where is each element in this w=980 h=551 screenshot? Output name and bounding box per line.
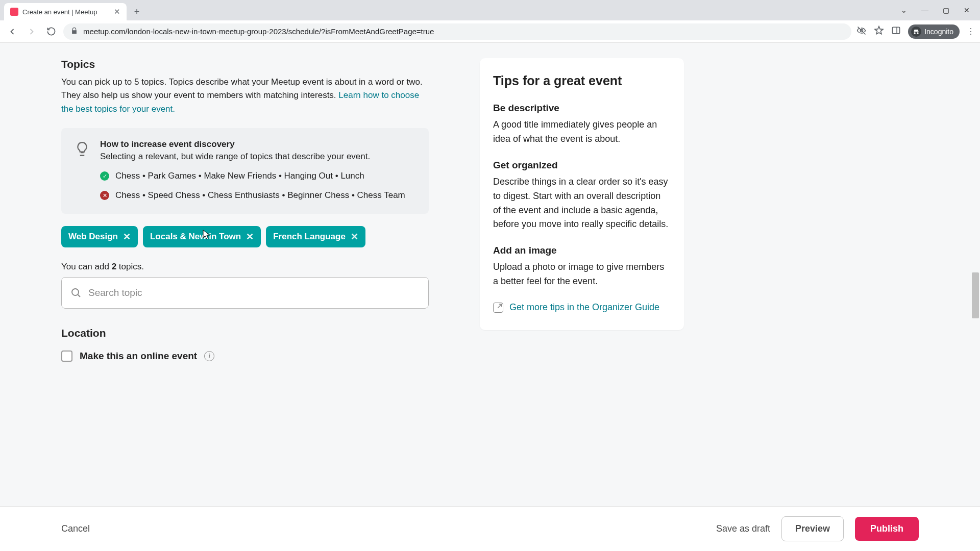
lock-icon <box>70 27 78 36</box>
close-window-icon[interactable]: ✕ <box>964 6 970 14</box>
url-text: meetup.com/london-locals-new-in-town-mee… <box>83 27 844 36</box>
window-controls: ⌄ — ▢ ✕ <box>891 0 980 20</box>
eye-off-icon[interactable] <box>856 26 867 38</box>
incognito-icon <box>911 27 921 37</box>
minimize-icon[interactable]: — <box>921 6 928 14</box>
incognito-label: Incognito <box>924 28 953 36</box>
svg-rect-1 <box>893 27 900 34</box>
reload-button[interactable] <box>44 24 58 39</box>
incognito-badge[interactable]: Incognito <box>908 24 960 39</box>
favicon-icon <box>10 8 18 16</box>
address-bar-actions: Incognito ⋮ <box>856 24 975 39</box>
url-box[interactable]: meetup.com/london-locals-new-in-town-mee… <box>63 23 851 40</box>
back-button[interactable] <box>5 24 19 39</box>
maximize-icon[interactable]: ▢ <box>943 6 949 14</box>
side-panel-icon[interactable] <box>891 26 901 37</box>
bookmark-star-icon[interactable] <box>874 26 884 38</box>
tab-close-icon[interactable]: ✕ <box>114 7 120 16</box>
address-bar: meetup.com/london-locals-new-in-town-mee… <box>0 20 980 43</box>
tabs-dropdown-icon[interactable]: ⌄ <box>901 6 907 14</box>
kebab-menu-icon[interactable]: ⋮ <box>967 27 975 36</box>
forward-button[interactable] <box>24 24 39 39</box>
tab-title: Create an event | Meetup <box>22 8 110 16</box>
tab-bar: Create an event | Meetup ✕ + <box>0 0 980 20</box>
browser-tab[interactable]: Create an event | Meetup ✕ <box>4 3 127 20</box>
new-tab-button[interactable]: + <box>130 5 144 19</box>
